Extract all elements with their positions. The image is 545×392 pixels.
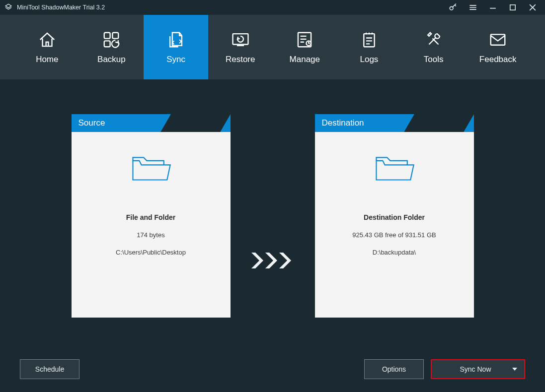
menu-icon[interactable]: [467, 2, 478, 13]
options-label: Options: [382, 365, 406, 373]
options-button[interactable]: Options: [364, 359, 424, 379]
svg-rect-2: [104, 33, 110, 39]
destination-card[interactable]: Destination Destination Folder 925.43 GB…: [315, 114, 474, 318]
nav-label: Tools: [424, 55, 444, 65]
sync-icon: [166, 30, 185, 50]
nav-sync[interactable]: Sync: [144, 15, 208, 79]
tools-icon: [424, 30, 443, 50]
main-nav: Home Backup Sync Restore Manage Logs T: [0, 15, 545, 79]
nav-home[interactable]: Home: [15, 15, 79, 79]
svg-rect-3: [113, 33, 119, 39]
folder-open-icon: [130, 152, 172, 189]
destination-path: D:\backupdata\: [373, 249, 416, 256]
source-card[interactable]: Source File and Folder 174 bytes C:\User…: [72, 114, 231, 318]
window-controls: [448, 2, 541, 13]
nav-tools[interactable]: Tools: [401, 15, 466, 79]
svg-point-0: [450, 6, 453, 10]
svg-rect-5: [233, 34, 248, 44]
nav-backup[interactable]: Backup: [79, 15, 144, 79]
sync-now-button[interactable]: Sync Now: [431, 359, 525, 379]
source-size: 174 bytes: [137, 231, 164, 239]
nav-label: Restore: [226, 55, 255, 65]
destination-free: 925.43 GB free of 931.51 GB: [352, 231, 436, 239]
manage-icon: [295, 30, 314, 50]
nav-feedback[interactable]: Feedback: [466, 15, 530, 79]
nav-manage[interactable]: Manage: [273, 15, 337, 79]
schedule-label: Schedule: [35, 365, 64, 373]
close-icon[interactable]: [527, 2, 538, 13]
restore-icon: [231, 30, 250, 50]
nav-label: Manage: [290, 55, 320, 65]
footer-buttons: Schedule Options Sync Now: [0, 359, 545, 379]
destination-header: Destination: [315, 114, 474, 132]
home-icon: [38, 30, 57, 50]
source-path: C:\Users\Public\Desktop: [116, 249, 186, 256]
nav-label: Logs: [360, 55, 379, 65]
sync-direction-icon: [250, 251, 295, 270]
minimize-icon[interactable]: [487, 2, 498, 13]
nav-logs[interactable]: Logs: [337, 15, 401, 79]
destination-header-label: Destination: [322, 118, 364, 128]
chevron-down-icon: [512, 368, 517, 371]
source-header: Source: [72, 114, 231, 132]
nav-label: Backup: [97, 55, 126, 65]
maximize-icon[interactable]: [507, 2, 518, 13]
backup-icon: [102, 30, 121, 50]
sync-panel: Source File and Folder 174 bytes C:\User…: [0, 79, 545, 347]
feedback-icon: [488, 30, 507, 50]
svg-rect-1: [510, 5, 516, 10]
nav-label: Feedback: [479, 55, 517, 65]
logs-icon: [360, 30, 379, 50]
titlebar: MiniTool ShadowMaker Trial 3.2: [0, 0, 545, 15]
nav-label: Home: [36, 55, 58, 65]
app-logo-icon: [4, 3, 13, 12]
source-title: File and Folder: [126, 213, 176, 221]
folder-open-icon: [373, 152, 416, 189]
nav-label: Sync: [166, 55, 185, 65]
destination-title: Destination Folder: [364, 213, 425, 221]
app-title: MiniTool ShadowMaker Trial 3.2: [17, 4, 105, 11]
svg-rect-9: [491, 34, 505, 45]
key-icon[interactable]: [448, 2, 459, 13]
nav-restore[interactable]: Restore: [208, 15, 273, 79]
schedule-button[interactable]: Schedule: [20, 359, 79, 379]
svg-rect-4: [104, 41, 110, 47]
source-header-label: Source: [78, 118, 105, 128]
sync-now-label: Sync Now: [460, 365, 491, 373]
